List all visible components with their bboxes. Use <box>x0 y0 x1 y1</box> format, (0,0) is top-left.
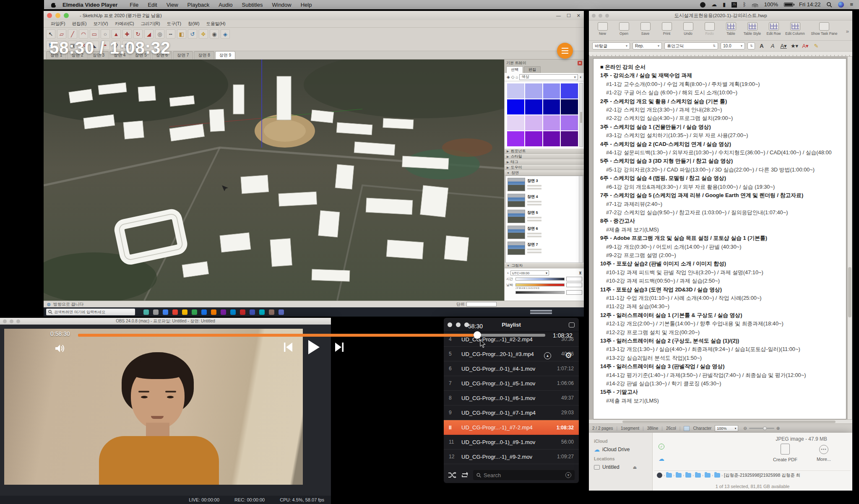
input-source-icon[interactable]: 가 <box>731 2 737 8</box>
hwp-document-area[interactable]: ■ 온라인 강의 순서1주 - 강의소개 / 실습 및 재택수업 과제#1-1강… <box>589 57 852 419</box>
tape-measure-icon[interactable]: ╍ <box>166 29 175 39</box>
playlist-row[interactable]: 7UD_CG-Progr...0-1)_#5-1.mov1:06:06 <box>444 376 579 391</box>
sketchup-menu-item[interactable]: 도움말(H) <box>203 21 228 27</box>
path-file-name[interactable]: [김형준-21925998]21925998 김형준 최 <box>724 473 800 478</box>
playlist-row[interactable]: IIUD_CG-Progr...-1)_#7-2.mp41:08:32 <box>444 420 579 435</box>
playlist-row[interactable]: 8UD_CG-Progr...0-1)_#6-1.mov49:37 <box>444 391 579 405</box>
scene-list-item[interactable]: 장면 4 <box>506 192 583 208</box>
icloud-download-icon[interactable]: ☁ <box>659 456 664 461</box>
taskbar-app-icon[interactable] <box>259 309 265 315</box>
circle-tool-icon[interactable]: ○ <box>101 29 110 39</box>
select-tool-icon[interactable]: ↖ <box>46 29 55 39</box>
taskbar-app-icon[interactable] <box>143 309 149 315</box>
taskbar-app-icon[interactable] <box>279 309 284 315</box>
taskbar-app-icon[interactable] <box>192 309 197 315</box>
playlist-row[interactable]: 12UD_CG-Progr...-1)_#9-2.mov1:09:27 <box>444 449 579 464</box>
zoom-dropdown[interactable]: 100%▾ <box>715 425 738 431</box>
home-icon[interactable]: ⌂ <box>515 75 518 79</box>
taskbar-app-icon[interactable] <box>163 309 168 315</box>
rotate-tool-icon[interactable]: ↻ <box>133 29 143 39</box>
video-window-titlebar[interactable]: - SketchUp 프로 2020 (평가판 2일 남음) —☐✕ <box>44 11 584 20</box>
color-swatch[interactable] <box>561 83 578 99</box>
hwp-tool-edit-row[interactable]: Edit Row <box>763 22 784 36</box>
sketchup-menu-item[interactable]: 도구(T) <box>164 21 184 27</box>
settings-gear-icon[interactable]: ⚙ <box>565 351 572 360</box>
hwp-tool-table[interactable]: Table <box>721 22 741 36</box>
obs-zoom-button[interactable] <box>16 320 20 323</box>
obs-status-icon[interactable] <box>700 2 705 8</box>
color-swatch[interactable] <box>525 99 542 114</box>
document-page[interactable]: ■ 온라인 강의 순서1주 - 강의소개 / 실습 및 재택수업 과제#1-1강… <box>593 58 846 419</box>
repeat-icon[interactable] <box>461 472 469 478</box>
scale-tool-icon[interactable]: ◢ <box>144 29 154 39</box>
menu-bar-clock[interactable]: Fri 14:22 <box>799 0 820 9</box>
menu-item-subtitles[interactable]: Subtitles <box>237 2 268 8</box>
windows-search-box[interactable]: 검색하려면 여기에 입력하세요 <box>46 309 135 315</box>
materials-tab-edit[interactable]: 편집 <box>524 66 541 73</box>
previous-button[interactable] <box>283 342 293 353</box>
menu-item-edit[interactable]: Edit <box>143 2 161 8</box>
hwp-tool-save[interactable]: Save <box>635 22 656 36</box>
playlist-row[interactable]: 9UD_CG-Progr...0-1)_#7-1.mp429:03 <box>444 405 579 420</box>
highlight-button[interactable]: ✎ <box>812 43 820 49</box>
size-stepper[interactable]: ⇅ <box>747 42 755 49</box>
taskbar-app-icon[interactable] <box>240 309 245 315</box>
scene-list-item[interactable]: 장면 5 <box>506 208 583 224</box>
playlist-row[interactable]: 5UD_CG-Progr...20-1)_#3.mp440:26 <box>444 347 579 361</box>
pushpull-tool-icon[interactable]: ▲ <box>112 29 121 39</box>
scenes-scrollbar[interactable] <box>579 176 583 262</box>
search-options-icon[interactable]: ▼ <box>565 472 571 478</box>
font-color-button[interactable]: A▾ <box>801 43 810 49</box>
taskbar-app-icon[interactable] <box>221 309 226 315</box>
date-slider[interactable] <box>515 283 565 286</box>
insert-mode-icon[interactable] <box>684 426 690 431</box>
cloud-status-icon[interactable]: ☁ <box>711 0 717 9</box>
date-value-box[interactable] <box>566 283 582 287</box>
taskbar-app-icon[interactable] <box>211 309 216 315</box>
color-swatch[interactable] <box>507 131 524 146</box>
scene-list-item[interactable]: 장면 6 <box>506 224 583 240</box>
font-family-dropdown[interactable]: 휴먼고딕⇅ <box>664 42 718 49</box>
playlist-titlebar[interactable]: Playlist <box>444 318 579 332</box>
zoom-out-button[interactable]: ⊖ <box>743 426 747 431</box>
forward-arrow-icon[interactable]: ◇ <box>511 75 515 79</box>
time-value-box[interactable] <box>566 277 582 281</box>
hwp-tool-print[interactable]: Print <box>656 22 677 36</box>
underline-button[interactable]: A▾ <box>779 43 788 49</box>
close-traffic-light[interactable] <box>47 13 52 18</box>
windows-window-buttons[interactable]: —☐✕ <box>556 11 580 20</box>
color-swatch[interactable] <box>561 131 578 146</box>
hwp-vertical-scrollbar[interactable] <box>847 57 852 419</box>
font-size-dropdown[interactable]: 10.0▾ <box>721 42 745 49</box>
sketchup-menu-item[interactable]: 편집(E) <box>69 21 89 27</box>
hwp-tool-table-style[interactable]: Table Style <box>742 22 763 36</box>
color-swatch[interactable] <box>543 131 560 146</box>
folder-icon[interactable] <box>685 473 691 478</box>
sidebar-item-untitled[interactable]: Untitled ⏏ <box>594 463 652 471</box>
orbit-tool-icon[interactable]: ↺ <box>188 29 197 39</box>
material-collection-dropdown[interactable]: 색상▾ <box>519 74 578 80</box>
line-tool-icon[interactable]: ╱ <box>68 29 77 39</box>
toolbar-overflow-icon[interactable]: » <box>846 28 849 34</box>
materials-scrollbar[interactable] <box>579 83 583 147</box>
folder-icon[interactable] <box>666 473 672 478</box>
menu-item-window[interactable]: Window <box>267 2 296 8</box>
rep-dropdown[interactable]: Rep.▾ <box>633 42 662 49</box>
color-swatch[interactable] <box>561 115 578 130</box>
tray-section-header[interactable]: ▶스타일 <box>505 154 584 159</box>
folder-icon[interactable] <box>676 473 682 478</box>
finder-path-bar[interactable]: ›››››››[김형준-21925998]21925998 김형준 최 <box>654 470 851 480</box>
arc-tool-icon[interactable]: ◠ <box>79 29 88 39</box>
bookmark-status-icon[interactable]: ▮ <box>723 0 726 9</box>
hwp-tool-new[interactable]: New <box>592 22 613 36</box>
shuffle-icon[interactable] <box>448 472 456 478</box>
battery-icon[interactable] <box>784 3 793 7</box>
eraser-tool-icon[interactable]: ▱ <box>57 29 66 39</box>
sample-paint-icon[interactable]: ◖ <box>579 75 582 79</box>
text-effect-button[interactable]: ★▾ <box>790 43 799 49</box>
pan-tool-icon[interactable]: ✥ <box>199 29 208 39</box>
app-menu-title[interactable]: Elmedia Video Player <box>62 2 117 8</box>
zoom-tool-icon[interactable]: ◉ <box>210 29 219 39</box>
folder-icon[interactable] <box>705 473 711 478</box>
scenes-section-header[interactable]: ▼장면 <box>505 170 584 176</box>
